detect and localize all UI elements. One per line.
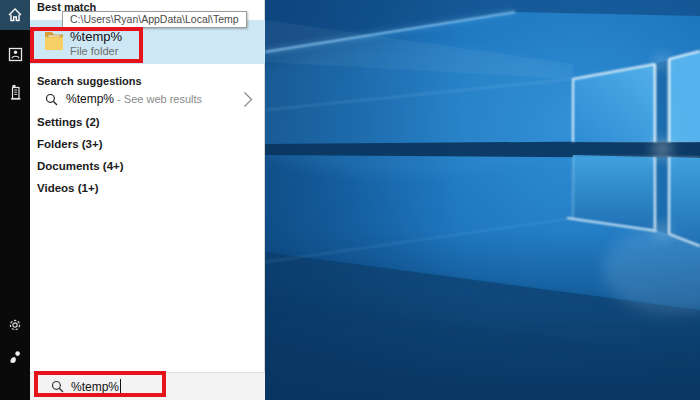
text-caret <box>120 379 121 394</box>
path-tooltip: C:\Users\Ryan\AppData\Local\Temp <box>62 11 247 28</box>
places-icon <box>8 84 23 100</box>
feedback-button[interactable] <box>0 342 30 372</box>
home-button[interactable] <box>0 0 30 30</box>
search-icon <box>51 380 64 393</box>
feedback-icon <box>7 349 23 365</box>
category-settings[interactable]: Settings (2) <box>37 116 257 134</box>
chevron-right-icon[interactable] <box>243 91 253 108</box>
search-icon <box>45 93 58 106</box>
places-button[interactable] <box>0 77 30 107</box>
category-documents[interactable]: Documents (4+) <box>37 160 257 178</box>
search-input[interactable]: %temp% <box>30 372 265 400</box>
search-left-rail <box>0 0 30 400</box>
suggestion-row-temp[interactable]: %temp% - See web results <box>30 88 265 112</box>
search-input-value: %temp% <box>71 380 119 394</box>
search-suggestions-header: Search suggestions <box>37 75 142 87</box>
settings-gear-icon <box>7 317 23 333</box>
home-icon <box>7 7 23 23</box>
search-results-panel: Best match %temp% File folder C:\Users\R… <box>30 0 265 400</box>
category-videos[interactable]: Videos (1+) <box>37 182 257 200</box>
windows-hero-wallpaper <box>265 0 700 400</box>
notebook-button[interactable] <box>0 39 30 69</box>
suggestion-text: %temp% - See web results <box>66 92 202 106</box>
desktop-wallpaper[interactable] <box>265 0 700 400</box>
best-match-title: %temp% <box>70 29 122 44</box>
folder-icon <box>44 29 64 53</box>
notebook-icon <box>8 47 23 62</box>
settings-button[interactable] <box>0 310 30 340</box>
best-match-subtitle: File folder <box>70 45 118 57</box>
suggestion-query: %temp% <box>66 92 114 106</box>
rail-spacer <box>0 107 30 310</box>
screen: Best match %temp% File folder C:\Users\R… <box>0 0 700 400</box>
category-folders[interactable]: Folders (3+) <box>37 138 257 156</box>
suggestion-hint: - See web results <box>114 93 202 105</box>
